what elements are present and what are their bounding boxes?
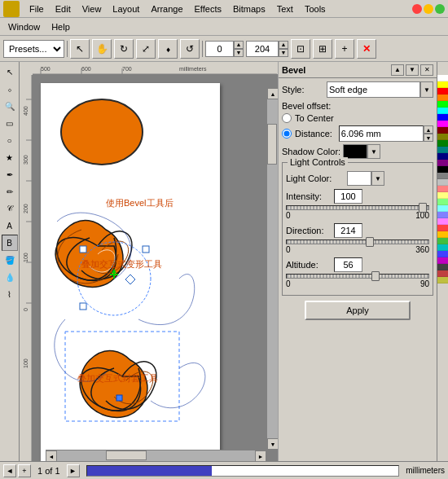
undo-btn[interactable]: ↺ [180, 39, 200, 59]
vscroll-down-btn[interactable]: ▼ [267, 438, 278, 450]
palette-color-swatch[interactable] [437, 205, 448, 212]
palette-color-swatch[interactable] [437, 257, 448, 264]
palette-color-swatch[interactable] [437, 81, 448, 88]
palette-color-swatch[interactable] [437, 173, 448, 179]
palette-color-swatch[interactable] [437, 186, 448, 192]
hscroll-track[interactable] [57, 450, 255, 461]
fill-tool[interactable]: 🪣 [2, 252, 18, 268]
palette-color-swatch[interactable] [437, 244, 448, 251]
light-color-swatch[interactable] [347, 171, 371, 186]
rect-tool[interactable]: ▭ [2, 115, 18, 131]
palette-color-swatch[interactable] [437, 153, 448, 160]
callig-tool[interactable]: 𝒞 [2, 200, 18, 217]
percent-value-input[interactable]: 204 [246, 41, 279, 57]
direction-thumb[interactable] [366, 237, 374, 247]
palette-color-swatch[interactable] [437, 212, 448, 218]
palette-color-swatch[interactable] [437, 127, 448, 134]
intensity-slider-track[interactable] [286, 205, 429, 210]
palette-color-swatch[interactable] [437, 225, 448, 231]
menu-tools[interactable]: Tools [300, 2, 331, 15]
menu-window[interactable]: Window [3, 20, 45, 33]
palette-color-swatch[interactable] [437, 147, 448, 153]
menu-file[interactable]: File [24, 2, 49, 15]
palette-color-swatch[interactable] [437, 101, 448, 108]
window-max-btn[interactable] [435, 4, 445, 14]
intensity-input[interactable]: 100 [334, 189, 362, 204]
palette-color-swatch[interactable] [437, 94, 448, 101]
vscroll-thumb[interactable] [267, 124, 277, 165]
zoom-value-input[interactable]: 0 [205, 41, 234, 57]
menu-effects[interactable]: Effects [190, 2, 226, 15]
scale-btn[interactable]: ⤢ [136, 39, 156, 59]
menu-text[interactable]: Text [272, 2, 298, 15]
palette-color-swatch[interactable] [437, 251, 448, 257]
palette-color-swatch[interactable] [437, 270, 448, 277]
vscroll-up-btn[interactable]: ▲ [267, 88, 278, 99]
percent-down-arrow[interactable]: ▼ [279, 49, 288, 57]
style-dropdown-btn[interactable]: ▼ [420, 81, 433, 98]
node-tool[interactable]: ⬦ [2, 81, 18, 97]
hscroll-right-btn[interactable]: ► [255, 450, 266, 461]
vscroll-track[interactable] [267, 99, 278, 438]
altitude-slider-track[interactable] [286, 274, 429, 279]
prev-page-btn[interactable]: ◄ [3, 464, 16, 477]
palette-color-swatch[interactable] [437, 264, 448, 270]
menu-layout[interactable]: Layout [108, 2, 144, 15]
canvas-content[interactable]: 使用Bevel工具后 叠加交互式变形工具 叠加交互式封套工具 ▲ ▼ ◄ ► [33, 75, 278, 461]
zoom-in-btn[interactable]: + [335, 39, 354, 59]
direction-slider-track[interactable] [286, 240, 429, 244]
apply-button[interactable]: Apply [305, 301, 411, 320]
fit-page-btn[interactable]: ⊡ [291, 39, 310, 59]
panel-up-btn[interactable]: ▲ [391, 64, 404, 76]
menu-view[interactable]: View [77, 2, 107, 15]
shadow-color-btn[interactable]: ▼ [367, 144, 380, 159]
hand-tool-btn[interactable]: ✋ [92, 39, 112, 59]
palette-color-swatch[interactable] [437, 134, 448, 140]
menu-bitmaps[interactable]: Bitmaps [228, 2, 270, 15]
pencil-tool[interactable]: ✏ [2, 183, 18, 200]
text-tool[interactable]: A [2, 218, 18, 234]
window-close-btn[interactable] [412, 4, 422, 14]
distance-value[interactable]: 6.096 mm [339, 125, 424, 142]
percent-up-arrow[interactable]: ▲ [279, 41, 288, 49]
palette-color-swatch[interactable] [437, 114, 448, 121]
palette-color-swatch[interactable] [437, 179, 448, 186]
to-center-radio[interactable] [282, 113, 292, 123]
zoom-tool[interactable]: 🔍 [2, 98, 18, 114]
zoom-up-arrow[interactable]: ▲ [234, 41, 244, 49]
style-value[interactable]: Soft edge [327, 81, 420, 98]
palette-color-swatch[interactable] [437, 231, 448, 238]
panel-down-btn[interactable]: ▼ [406, 64, 419, 76]
select-tool[interactable]: ↖ [2, 64, 18, 80]
presets-select[interactable]: Presets... [3, 40, 64, 58]
direction-input[interactable]: 214 [334, 223, 362, 238]
palette-color-swatch[interactable] [437, 121, 448, 127]
zoom-down-arrow[interactable]: ▼ [234, 49, 244, 57]
hscroll-left-btn[interactable]: ◄ [46, 450, 57, 461]
bevel-tool[interactable]: B [2, 235, 18, 251]
palette-color-swatch[interactable] [437, 88, 448, 94]
cancel-btn[interactable]: ✕ [357, 39, 376, 59]
palette-color-swatch[interactable] [437, 75, 448, 81]
distance-down[interactable]: ▼ [424, 134, 433, 142]
hscroll-thumb[interactable] [106, 450, 147, 460]
eyedrop-tool[interactable]: 💧 [2, 269, 18, 285]
menu-edit[interactable]: Edit [51, 2, 76, 15]
menu-arrange[interactable]: Arrange [146, 2, 187, 15]
ellipse-tool[interactable]: ○ [2, 132, 18, 148]
palette-color-swatch[interactable] [437, 277, 448, 283]
node-btn[interactable]: ⬧ [158, 39, 178, 59]
palette-color-swatch[interactable] [437, 218, 448, 225]
palette-color-swatch[interactable] [437, 140, 448, 147]
star-tool[interactable]: ★ [2, 149, 18, 165]
connector-tool[interactable]: ⌇ [2, 286, 18, 302]
distance-radio[interactable] [282, 129, 292, 138]
panel-close-btn[interactable]: ✕ [420, 64, 433, 76]
select-tool-btn[interactable]: ↖ [70, 39, 90, 59]
rotate-btn[interactable]: ↻ [114, 39, 134, 59]
add-page-btn[interactable]: + [18, 464, 31, 477]
palette-color-swatch[interactable] [437, 199, 448, 205]
palette-color-swatch[interactable] [437, 238, 448, 244]
altitude-input[interactable]: 56 [334, 257, 362, 272]
menu-help[interactable]: Help [46, 20, 75, 33]
